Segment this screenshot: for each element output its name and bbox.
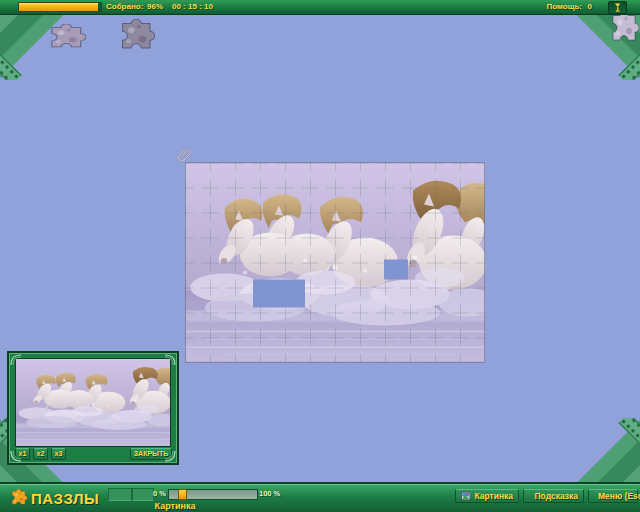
hint-button-label: Подсказка [535,491,579,501]
game-screen: x1 x2 x3 ЗАКРЫТЬ Собрано: 96% 00 : 15 : … [0,0,640,512]
preview-panel: x1 x2 x3 ЗАКРЫТЬ [8,352,178,464]
toolbar-slot [108,488,132,501]
help-value: 0 [588,0,592,14]
loose-puzzle-piece[interactable] [607,11,639,49]
bottom-bar: ПАЗЗЛЫ 0 % 100 % Картинка Картинка Подск… [0,484,640,512]
picture-button-label: Картинка [474,491,513,501]
puzzle-board[interactable] [185,162,485,363]
menu-button-label: Меню (Esc) [598,491,640,501]
collected-label: Собрано: [106,0,143,14]
puzzle-piece-icon [8,489,28,509]
paperclip-cursor [176,146,194,164]
missing-piece-gap[interactable] [384,260,408,280]
progress-bar-fill [19,3,98,11]
loose-puzzle-piece[interactable] [44,24,86,54]
hint-brush-icon [529,491,531,501]
toolbar-slot [132,488,154,501]
frame-ornament-icon [164,354,176,366]
playfield: x1 x2 x3 ЗАКРЫТЬ [0,14,640,484]
help-label: Помощь: [546,0,582,14]
top-bar: Собрано: 96% 00 : 15 : 10 Помощь: 0 [0,0,640,15]
picture-opacity-slider[interactable] [168,489,258,500]
slider-handle[interactable] [178,489,187,500]
lamp-icon [613,3,622,13]
frame-ornament-icon [164,450,176,462]
help-hint-button[interactable] [608,1,627,14]
slider-caption: Картинка [140,501,210,511]
preview-zoom-x2-button[interactable]: x2 [33,448,48,460]
collected-value: 96% [147,0,163,14]
progress-bar [18,2,102,12]
slider-max-label: 100 % [259,489,280,499]
picture-button[interactable]: Картинка [455,489,519,503]
hint-button[interactable]: Подсказка [523,489,584,503]
frame-ornament-icon [10,450,22,462]
slider-min-label: 0 % [153,489,166,499]
frame-ornament-icon [10,354,22,366]
timer: 00 : 15 : 10 [172,0,213,14]
preview-zoom-x3-button[interactable]: x3 [51,448,66,460]
preview-image [15,358,171,447]
filmstrip-corner-bottom-right [574,418,640,484]
missing-piece-gap[interactable] [253,280,305,308]
game-logo: ПАЗЗЛЫ [31,490,99,507]
picture-icon [461,491,470,501]
loose-puzzle-piece[interactable] [115,19,155,57]
menu-button[interactable]: Меню (Esc) [588,489,638,503]
